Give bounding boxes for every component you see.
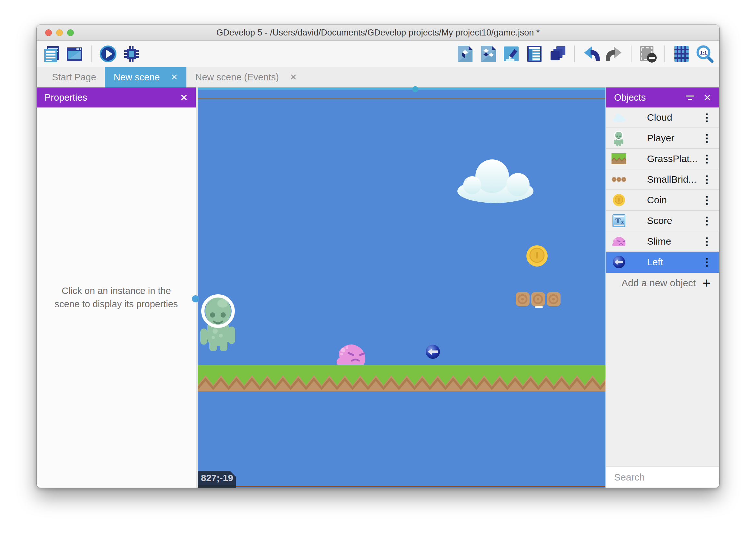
object-label: Player <box>647 133 702 144</box>
object-label: GrassPlat... <box>647 153 702 164</box>
object-label: Left <box>647 257 702 268</box>
kebab-menu-icon[interactable]: ⋮ <box>702 154 712 164</box>
scene-window-border-bottom <box>198 486 605 487</box>
add-object-label: Add a new object <box>622 277 702 289</box>
filter-icon[interactable] <box>686 96 695 100</box>
cloud-sprite[interactable] <box>456 157 539 203</box>
object-row-player[interactable]: Player ⋮ <box>606 128 719 149</box>
search-input[interactable] <box>614 472 720 483</box>
properties-panel-title: Properties <box>45 92 180 103</box>
traffic-lights <box>45 25 74 40</box>
grid-icon[interactable] <box>672 45 691 63</box>
redo-icon[interactable] <box>605 45 624 63</box>
selection-handle-top[interactable] <box>412 86 418 92</box>
cloud-icon <box>612 113 626 122</box>
kebab-menu-icon[interactable]: ⋮ <box>702 236 712 247</box>
tab-label: Start Page <box>52 72 96 83</box>
tab-label: New scene <box>114 72 160 83</box>
small-bridge-icon <box>612 177 626 182</box>
slime-sprite[interactable] <box>336 343 366 365</box>
cursor-coordinates-tooltip: 827;-19 <box>198 471 236 488</box>
small-bridge-sprite[interactable] <box>515 292 561 307</box>
objects-panel: Objects ✕ Cloud ⋮ <box>605 87 719 488</box>
object-row-smallbridge[interactable]: SmallBrid... ⋮ <box>606 169 719 190</box>
coin-icon <box>612 194 626 207</box>
properties-panel: Properties ✕ Click on an instance in the… <box>37 87 198 488</box>
toolbar: 1:1 <box>37 41 719 67</box>
kebab-menu-icon[interactable]: ⋮ <box>702 216 712 226</box>
properties-panel-header: Properties ✕ <box>37 87 196 107</box>
object-row-grassplatform[interactable]: GrassPlat... ⋮ <box>606 149 719 169</box>
maximize-window-button[interactable] <box>67 29 74 36</box>
left-ball-sprite[interactable] <box>425 344 440 359</box>
tab-start-page[interactable]: Start Page <box>43 67 105 87</box>
editor-tabs: Start Page New scene ✕ New scene (Events… <box>37 67 719 87</box>
svg-text:1:1: 1:1 <box>700 50 707 56</box>
properties-pencil-icon[interactable] <box>502 45 520 63</box>
svg-text:x: x <box>622 220 624 225</box>
scene-editor-icon[interactable] <box>65 45 84 63</box>
instances-list-icon[interactable] <box>525 45 544 63</box>
minimize-window-button[interactable] <box>56 29 63 36</box>
object-groups-icon[interactable] <box>479 45 497 63</box>
objects-panel-title: Objects <box>614 92 686 103</box>
close-icon[interactable]: ✕ <box>703 92 711 103</box>
layers-icon[interactable] <box>548 45 567 63</box>
window-title: GDevelop 5 - /Users/david/Documents/GDev… <box>216 28 540 38</box>
object-row-coin[interactable]: Coin ⋮ <box>606 190 719 211</box>
toolbar-right-group: 1:1 <box>455 41 714 67</box>
object-row-left[interactable]: Left ⋮ <box>606 252 719 273</box>
preview-play-icon[interactable] <box>99 45 117 63</box>
close-icon[interactable]: ✕ <box>290 72 297 82</box>
close-window-button[interactable] <box>45 29 52 36</box>
bridge-highlight-dash <box>535 306 543 308</box>
tab-new-scene-events[interactable]: New scene (Events) ✕ <box>186 67 305 87</box>
objects-panel-header: Objects ✕ <box>606 87 719 107</box>
add-object-row[interactable]: Add a new object + <box>606 273 719 293</box>
svg-text:T: T <box>615 217 621 225</box>
grass-platform-icon <box>612 153 626 164</box>
scene-top-strip <box>198 87 605 90</box>
text-object-icon: T x <box>612 214 626 227</box>
toolbar-separator <box>664 46 665 62</box>
objects-list: Cloud ⋮ <box>606 107 719 467</box>
selection-handle-left[interactable] <box>192 295 199 302</box>
undo-icon[interactable] <box>582 45 601 63</box>
left-arrow-ball-icon <box>612 256 626 268</box>
kebab-menu-icon[interactable]: ⋮ <box>702 174 712 185</box>
zoom-1-1-icon[interactable]: 1:1 <box>695 45 714 63</box>
kebab-menu-icon[interactable]: ⋮ <box>702 133 712 143</box>
toolbar-left-group <box>42 41 141 67</box>
object-label: Cloud <box>647 112 702 123</box>
kebab-menu-icon[interactable]: ⋮ <box>702 257 712 267</box>
plus-icon[interactable]: + <box>702 276 711 290</box>
object-row-cloud[interactable]: Cloud ⋮ <box>606 107 719 128</box>
toolbar-separator <box>91 46 92 62</box>
object-row-slime[interactable]: Slime ⋮ <box>606 231 719 252</box>
mask-toggle-icon[interactable] <box>639 45 657 63</box>
close-icon[interactable]: ✕ <box>171 72 178 82</box>
toolbar-separator <box>574 46 575 62</box>
properties-panel-body: Click on an instance in the scene to dis… <box>37 107 196 488</box>
debug-icon[interactable] <box>122 45 141 63</box>
objects-editor-icon[interactable] <box>455 45 474 63</box>
close-icon[interactable]: ✕ <box>180 92 188 103</box>
kebab-menu-icon[interactable]: ⋮ <box>702 112 712 123</box>
object-label: SmallBrid... <box>647 174 702 185</box>
slime-icon <box>612 236 626 247</box>
main-content: Properties ✕ Click on an instance in the… <box>37 87 719 488</box>
toolbar-separator <box>631 46 631 62</box>
objects-search-bar <box>606 467 719 488</box>
player-sprite[interactable] <box>200 292 238 352</box>
tab-new-scene[interactable]: New scene ✕ <box>105 67 186 87</box>
coin-sprite[interactable] <box>526 245 548 267</box>
object-label: Slime <box>647 236 702 247</box>
object-row-score[interactable]: T x Score ⋮ <box>606 211 719 231</box>
object-label: Coin <box>647 195 702 206</box>
object-label: Score <box>647 215 702 226</box>
tab-label: New scene (Events) <box>195 72 279 83</box>
kebab-menu-icon[interactable]: ⋮ <box>702 195 712 205</box>
scene-canvas[interactable]: 827;-19 <box>198 87 605 488</box>
grass-platform-sprite[interactable] <box>198 365 605 392</box>
project-manager-icon[interactable] <box>42 45 61 63</box>
